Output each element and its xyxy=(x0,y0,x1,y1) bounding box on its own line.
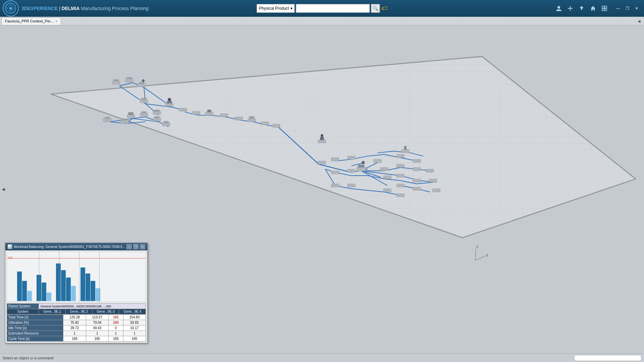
right-toolbar: — ❐ ✕ xyxy=(553,3,641,14)
close-button[interactable]: ✕ xyxy=(632,4,641,13)
search-button[interactable]: 🔍 xyxy=(371,4,380,13)
tab-label: Faurecia_PPR Context_Per... xyxy=(5,19,53,23)
svg-point-110 xyxy=(321,134,323,137)
row-label-2: Idle Time [s] xyxy=(7,325,63,331)
svg-rect-132 xyxy=(413,179,421,182)
tab-close-button[interactable]: × xyxy=(55,19,57,23)
app-logo[interactable] xyxy=(3,0,19,16)
system-header: System xyxy=(7,309,39,314)
svg-text:Z: Z xyxy=(476,245,479,249)
svg-rect-95 xyxy=(154,116,160,118)
table-row-4: Cycle Time [s]165165165165 xyxy=(7,336,146,342)
cell-1-0: 75.92 xyxy=(63,320,86,325)
bar-1b xyxy=(22,281,27,301)
panel-close-button[interactable]: ✕ xyxy=(140,244,145,249)
panel-minimize-button[interactable]: — xyxy=(126,244,132,249)
svg-rect-121 xyxy=(374,159,381,163)
svg-rect-92 xyxy=(140,113,148,116)
restore-button[interactable]: ❐ xyxy=(623,4,632,13)
panel-restore-button[interactable]: ❐ xyxy=(133,244,139,249)
left-panel-arrow[interactable]: ◄ xyxy=(0,185,7,194)
svg-rect-124 xyxy=(383,189,391,192)
svg-rect-123 xyxy=(383,176,391,179)
app-title: 3DEXPERIENCE | DELMIA Manufacturing Proc… xyxy=(21,6,149,11)
table-row-1: Utilization [%]75.9270.0410093.83 xyxy=(7,320,146,325)
svg-rect-80 xyxy=(141,98,147,100)
status-bar: Select an object or a command xyxy=(0,353,644,362)
svg-line-139 xyxy=(476,256,485,261)
svg-rect-119 xyxy=(358,165,364,168)
svg-rect-81 xyxy=(165,103,173,107)
svg-rect-112 xyxy=(331,158,339,161)
svg-rect-76 xyxy=(138,83,146,87)
row-label-3: Estimated Resource xyxy=(7,331,63,336)
svg-rect-98 xyxy=(179,108,187,111)
data-table: Parent System General System0000000...44… xyxy=(7,303,146,314)
command-input[interactable] xyxy=(574,355,641,361)
svg-rect-7 xyxy=(602,6,604,8)
svg-rect-87 xyxy=(105,117,110,119)
bar-2c xyxy=(47,293,51,301)
svg-rect-93 xyxy=(141,111,147,113)
row-label-1: Utilization [%] xyxy=(7,320,63,325)
svg-rect-90 xyxy=(127,115,135,118)
table-system-header-row: System Gene...9E.1 Gene...9E.2 Gene...9E… xyxy=(7,309,146,314)
svg-line-13 xyxy=(119,82,132,86)
svg-rect-109 xyxy=(320,137,324,140)
threshold-label: 165 xyxy=(8,256,13,259)
tag-button[interactable]: 🏷 xyxy=(381,5,387,12)
panel-icon: 📊 xyxy=(7,244,12,249)
grid-button[interactable] xyxy=(599,3,610,14)
svg-rect-133 xyxy=(413,187,421,190)
share-button[interactable] xyxy=(576,3,587,14)
tag-icon: 🏷 xyxy=(381,5,387,12)
parent-system-value: General System0000000...44DEC8000B319E .… xyxy=(39,304,146,309)
bar-1a xyxy=(17,272,22,301)
svg-rect-104 xyxy=(248,119,256,122)
svg-rect-105 xyxy=(249,116,255,119)
system-col-4: Gene...9E.4 xyxy=(119,309,146,314)
home-button[interactable] xyxy=(588,3,598,14)
cell-4-2: 165 xyxy=(109,336,123,342)
svg-rect-75 xyxy=(126,77,132,79)
cell-1-2: 100 xyxy=(109,320,123,325)
cell-2-0: 39.72 xyxy=(63,325,86,331)
main-viewport: X Z ◄ 📊 Workload Balancing: General Syst… xyxy=(0,25,644,353)
search-dropdown[interactable]: Physical Product ▾ xyxy=(257,4,294,13)
svg-rect-127 xyxy=(396,174,404,177)
svg-rect-89 xyxy=(122,119,127,121)
dropdown-label: Physical Product xyxy=(259,6,289,11)
search-area: Physical Product ▾ 🔍 🏷 xyxy=(257,4,387,13)
chart-area: 165 xyxy=(7,252,146,302)
add-button[interactable] xyxy=(565,3,576,14)
cell-0-2: 165 xyxy=(109,315,123,320)
svg-rect-134 xyxy=(426,169,434,173)
svg-rect-111 xyxy=(318,161,326,164)
svg-rect-138 xyxy=(404,146,407,150)
svg-rect-135 xyxy=(429,179,437,182)
workload-panel: 📊 Workload Balancing: General System0000… xyxy=(5,243,148,343)
panel-content: 165 xyxy=(5,250,147,343)
table-row-3: Estimated Resource1111 xyxy=(7,331,146,336)
module-name: Manufacturing Process Planning xyxy=(81,6,149,11)
bar-4a xyxy=(80,267,85,301)
svg-rect-84 xyxy=(153,111,161,115)
active-tab[interactable]: Faurecia_PPR Context_Per... × xyxy=(1,17,61,25)
svg-point-4 xyxy=(557,6,560,9)
svg-rect-72 xyxy=(112,81,120,84)
dashed-line-4 xyxy=(99,252,100,302)
cell-2-3: 10.17 xyxy=(123,325,146,331)
row-label-0: Total Time [s] xyxy=(7,315,63,320)
svg-rect-73 xyxy=(114,79,119,81)
cell-4-1: 165 xyxy=(86,336,108,342)
search-input[interactable] xyxy=(296,4,370,13)
tab-bar: Faurecia_PPR Context_Per... × ◄ xyxy=(0,17,644,25)
tab-scroll-arrow[interactable]: ◄ xyxy=(635,18,643,24)
window-controls: — ❐ ✕ xyxy=(613,4,641,13)
user-button[interactable] xyxy=(553,3,564,14)
svg-rect-114 xyxy=(331,184,339,187)
panel-title: Workload Balancing: General System000000… xyxy=(14,245,125,249)
system-col-3: Gene...9E.3 xyxy=(92,309,119,314)
minimize-button[interactable]: — xyxy=(613,4,623,13)
bar-3b xyxy=(61,270,66,301)
